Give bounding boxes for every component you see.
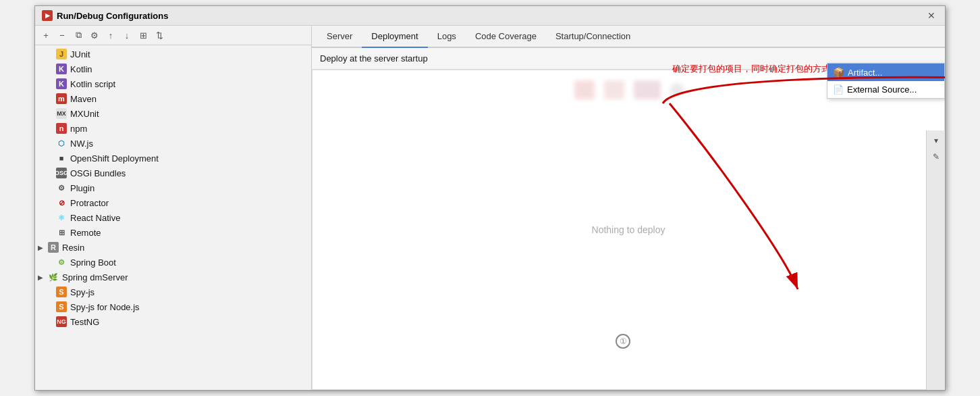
title-bar-left: ▶ Run/Debug Configurations [42,10,168,21]
tree-item-spring-dm[interactable]: ▶🌿Spring dmServer [35,270,311,284]
expand-arrow-resin[interactable]: ▶ [38,244,45,251]
right-panel: Server Deployment Logs Code Coverage Sta… [312,26,945,390]
tab-deployment[interactable]: Deployment [362,26,427,48]
toolbar: + − ⧉ ⚙ ↑ ↓ ⊞ ⇅ [35,26,311,45]
item-icon-junit: J [56,49,67,59]
item-label-spring-boot: Spring Boot [70,257,116,268]
tree-item-spring-boot[interactable]: ⚙Spring Boot [35,255,311,270]
chinese-annotation: 确定要打包的项目，同时确定打包的方式 [672,63,830,75]
dropdown-artifact-item[interactable]: 📦 Artifact... [827,64,944,81]
edit-button[interactable]: ✎ [929,149,944,164]
tree-item-junit[interactable]: JJUnit [35,47,311,61]
item-icon-kotlin: K [56,64,67,74]
item-label-react-native: React Native [70,213,120,223]
item-icon-react-native: ⚛ [56,212,67,223]
item-label-maven: Maven [70,94,97,104]
item-label-kotlin: Kotlin [70,64,92,74]
item-label-osgi: OSGi Bundles [70,168,126,178]
tree-item-plugin[interactable]: ⚙Plugin [35,180,311,195]
tab-code-coverage[interactable]: Code Coverage [466,26,546,48]
tree-list: JJUnitKKotlinKKotlin scriptmMavenMXMXUni… [35,45,311,390]
tree-item-npm[interactable]: nnpm [35,121,311,136]
external-icon: 📄 [833,84,844,95]
item-icon-osgi: OSG [56,168,67,178]
run-debug-dialog: ▶ Run/Debug Configurations ✕ + − ⧉ ⚙ ↑ ↓… [34,5,946,391]
tree-item-protractor[interactable]: ⊘Protractor [35,195,311,210]
close-button[interactable]: ✕ [927,10,938,21]
tree-item-maven[interactable]: mMaven [35,91,311,106]
item-icon-spring-dm: 🌿 [48,272,59,282]
item-label-npm: npm [70,124,87,134]
item-label-plugin: Plugin [70,183,94,193]
remove-config-button[interactable]: − [55,28,69,42]
item-label-resin: Resin [62,243,84,253]
item-label-protractor: Protractor [70,198,109,208]
dialog-icon: ▶ [42,10,53,21]
tabs-bar: Server Deployment Logs Code Coverage Sta… [312,26,945,48]
item-label-remote: Remote [70,228,101,238]
tree-item-mxunit[interactable]: MXMXUnit [35,106,311,121]
tree-item-remote[interactable]: ⊞Remote [35,225,311,240]
tree-item-testng[interactable]: NGTestNG [35,314,311,329]
title-bar: ▶ Run/Debug Configurations ✕ [35,6,945,26]
tree-item-openshift[interactable]: ■OpenShift Deployment [35,151,311,166]
tab-server[interactable]: Server [317,26,362,48]
item-icon-plugin: ⚙ [56,182,67,193]
item-icon-testng: NG [56,316,67,327]
sort-button[interactable]: ⇅ [153,28,166,42]
scroll-down-button[interactable]: ▾ [929,133,944,148]
main-content: + − ⧉ ⚙ ↑ ↓ ⊞ ⇅ JJUnitKKotlinKKotlin scr… [35,26,945,390]
item-label-kotlin-script: Kotlin script [70,79,115,89]
item-icon-kotlin-script: K [56,78,67,89]
tree-item-nwjs[interactable]: ⬡NW.js [35,136,311,151]
dropdown-external-item[interactable]: 📄 External Source... [827,81,944,98]
left-panel: + − ⧉ ⚙ ↑ ↓ ⊞ ⇅ JJUnitKKotlinKKotlin scr… [35,26,312,390]
item-icon-spy-js-node: S [56,301,67,312]
tab-startup-connection[interactable]: Startup/Connection [546,26,640,48]
artifact-label: Artifact... [848,68,882,78]
tab-logs[interactable]: Logs [428,26,466,48]
tree-item-spy-js[interactable]: SSpy-js [35,284,311,299]
copy-config-button[interactable]: ⧉ [72,28,85,42]
dialog-title: Run/Debug Configurations [57,11,168,21]
move-up-button[interactable]: ↑ [104,28,117,42]
item-label-spy-js: Spy-js [70,287,94,297]
item-label-nwjs: NW.js [70,139,93,149]
tree-item-osgi[interactable]: OSGOSGi Bundles [35,166,311,180]
item-icon-openshift: ■ [56,153,67,164]
item-icon-spy-js: S [56,287,67,297]
blurred-content [574,80,684,99]
external-label: External Source... [847,84,917,95]
item-icon-maven: m [56,93,67,104]
settings-button[interactable]: ⚙ [88,28,101,42]
expand-arrow-spring-dm[interactable]: ▶ [38,274,45,281]
deploy-area: Nothing to deploy ① [312,70,945,390]
item-icon-protractor: ⊘ [56,197,67,208]
nothing-to-deploy-text: Nothing to deploy [592,224,665,235]
item-label-spy-js-node: Spy-js for Node.js [70,302,140,312]
item-icon-mxunit: MX [56,108,67,119]
tree-item-react-native[interactable]: ⚛React Native [35,210,311,225]
add-config-button[interactable]: + [39,28,53,42]
item-label-mxunit: MXUnit [70,109,99,119]
annotation-number: ① [616,334,630,349]
expand-button[interactable]: ⊞ [136,28,150,42]
item-label-testng: TestNG [70,317,99,327]
dropdown-menu: 📦 Artifact... 📄 External Source... [827,63,945,99]
item-label-openshift: OpenShift Deployment [70,153,159,164]
item-label-spring-dm: Spring dmServer [62,272,128,282]
item-icon-nwjs: ⬡ [56,138,67,149]
item-icon-resin: R [48,242,59,253]
tree-item-spy-js-node[interactable]: SSpy-js for Node.js [35,299,311,314]
right-sidebar: ▾ ✎ [926,130,945,390]
tree-item-kotlin[interactable]: KKotlin [35,61,311,76]
tree-item-resin[interactable]: ▶RResin [35,240,311,255]
artifact-icon: 📦 [833,67,844,78]
tree-item-kotlin-script[interactable]: KKotlin script [35,76,311,91]
move-down-button[interactable]: ↓ [120,28,134,42]
item-label-junit: JUnit [70,49,90,59]
item-icon-spring-boot: ⚙ [56,257,67,268]
item-icon-npm: n [56,123,67,134]
item-icon-remote: ⊞ [56,227,67,238]
